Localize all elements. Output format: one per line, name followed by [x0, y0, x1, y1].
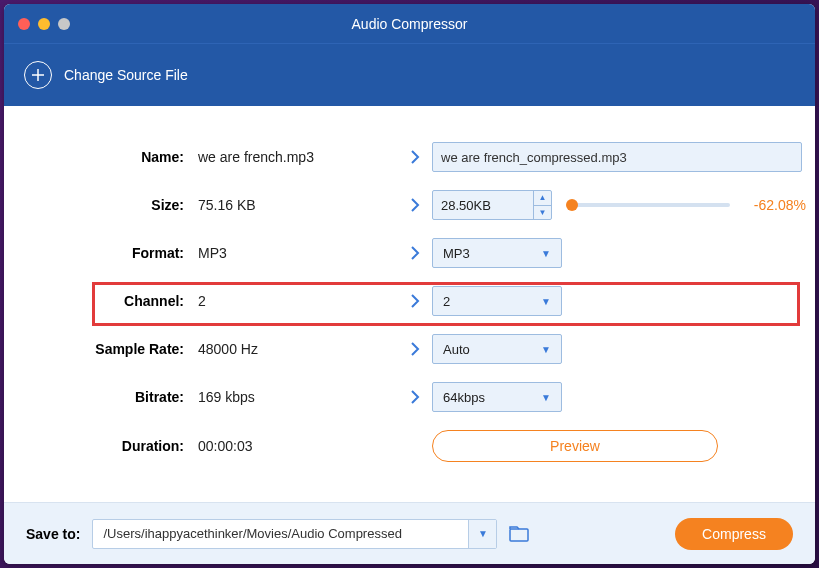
chevron-down-icon: ▼ — [541, 344, 551, 355]
sample-rate-label: Sample Rate: — [28, 341, 198, 357]
format-value: MP3 — [198, 245, 398, 261]
bitrate-label: Bitrate: — [28, 389, 198, 405]
size-output-group: 28.50KB ▲ ▼ -62.08% — [432, 190, 812, 220]
open-folder-button[interactable] — [509, 526, 529, 542]
name-value: we are french.mp3 — [198, 149, 398, 165]
chevron-down-icon: ▼ — [541, 248, 551, 259]
channel-select[interactable]: 2▼ — [432, 286, 562, 316]
size-label: Size: — [28, 197, 198, 213]
size-slider[interactable] — [572, 203, 730, 207]
app-window: Audio Compressor Change Source File Name… — [4, 4, 815, 564]
slider-thumb[interactable] — [566, 199, 578, 211]
chevron-down-icon: ▼ — [541, 392, 551, 403]
toolbar: Change Source File — [4, 44, 815, 106]
stepper-up-icon[interactable]: ▲ — [534, 191, 551, 206]
chevron-down-icon: ▼ — [541, 296, 551, 307]
bitrate-select[interactable]: 64kbps▼ — [432, 382, 562, 412]
output-name-input[interactable] — [432, 142, 802, 172]
channel-value: 2 — [198, 293, 398, 309]
change-source-button[interactable]: Change Source File — [64, 67, 188, 83]
chevron-right-icon — [407, 197, 423, 213]
window-title: Audio Compressor — [4, 16, 815, 32]
content-area: Name: we are french.mp3 Size: 75.16 KB 2… — [4, 106, 815, 502]
size-percent: -62.08% — [754, 197, 812, 213]
sample-rate-value: 48000 Hz — [198, 341, 398, 357]
save-to-label: Save to: — [26, 526, 80, 542]
plus-icon[interactable] — [24, 61, 52, 89]
target-size-value: 28.50KB — [433, 198, 533, 213]
stepper-down-icon[interactable]: ▼ — [534, 206, 551, 220]
preview-button[interactable]: Preview — [432, 430, 718, 462]
chevron-down-icon[interactable]: ▼ — [468, 520, 496, 548]
save-path-select[interactable]: /Users/ihappyacethinker/Movies/Audio Com… — [92, 519, 497, 549]
footer: Save to: /Users/ihappyacethinker/Movies/… — [4, 502, 815, 564]
chevron-right-icon — [407, 149, 423, 165]
name-label: Name: — [28, 149, 198, 165]
size-value: 75.16 KB — [198, 197, 398, 213]
chevron-right-icon — [407, 245, 423, 261]
chevron-right-icon — [407, 293, 423, 309]
svg-rect-2 — [510, 529, 528, 541]
duration-label: Duration: — [28, 438, 198, 454]
format-label: Format: — [28, 245, 198, 261]
save-path-text: /Users/ihappyacethinker/Movies/Audio Com… — [93, 520, 468, 548]
titlebar: Audio Compressor — [4, 4, 815, 44]
channel-label: Channel: — [28, 293, 198, 309]
chevron-right-icon — [407, 389, 423, 405]
duration-value: 00:00:03 — [198, 438, 398, 454]
sample-rate-select[interactable]: Auto▼ — [432, 334, 562, 364]
target-size-stepper[interactable]: 28.50KB ▲ ▼ — [432, 190, 552, 220]
bitrate-value: 169 kbps — [198, 389, 398, 405]
compress-button[interactable]: Compress — [675, 518, 793, 550]
format-select[interactable]: MP3▼ — [432, 238, 562, 268]
chevron-right-icon — [407, 341, 423, 357]
